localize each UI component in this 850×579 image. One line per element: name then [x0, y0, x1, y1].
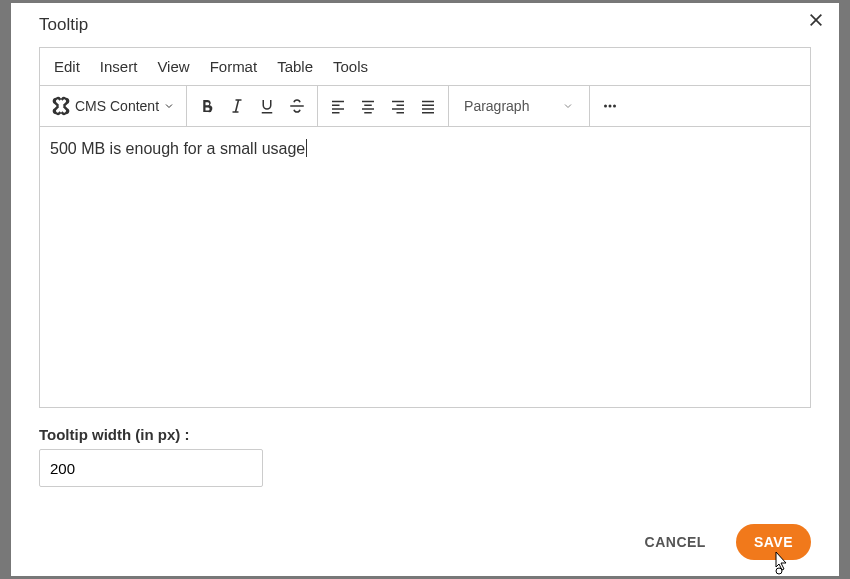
align-justify-button[interactable]: [413, 91, 443, 121]
chevron-down-icon: [163, 100, 175, 112]
strikethrough-button[interactable]: [282, 91, 312, 121]
align-left-icon: [329, 97, 347, 115]
dialog-title: Tooltip: [39, 9, 88, 35]
align-justify-icon: [419, 97, 437, 115]
menu-format[interactable]: Format: [210, 58, 258, 75]
cms-content-label: CMS Content: [75, 98, 159, 114]
tooltip-width-label: Tooltip width (in px) :: [39, 426, 811, 443]
editor-menubar: Edit Insert View Format Table Tools: [40, 48, 810, 86]
save-button[interactable]: SAVE: [736, 524, 811, 560]
strikethrough-icon: [288, 97, 306, 115]
editor-toolbar: CMS Content: [40, 86, 810, 127]
dialog-body: Edit Insert View Format Table Tools: [11, 47, 839, 510]
joomla-icon: [51, 96, 71, 116]
cancel-button[interactable]: CANCEL: [637, 526, 714, 558]
editor-text: 500 MB is enough for a small usage: [50, 140, 307, 157]
svg-point-24: [609, 105, 612, 108]
close-icon: [808, 12, 824, 28]
tooltip-width-row: Tooltip width (in px) :: [39, 426, 811, 487]
align-left-button[interactable]: [323, 91, 353, 121]
editor-content[interactable]: 500 MB is enough for a small usage: [40, 127, 810, 407]
svg-point-25: [613, 105, 616, 108]
format-select-label: Paragraph: [464, 98, 529, 114]
rich-text-editor: Edit Insert View Format Table Tools: [39, 47, 811, 408]
close-button[interactable]: [805, 9, 827, 31]
underline-button[interactable]: [252, 91, 282, 121]
italic-button[interactable]: [222, 91, 252, 121]
align-center-button[interactable]: [353, 91, 383, 121]
bold-icon: [198, 97, 216, 115]
tooltip-width-input[interactable]: [39, 449, 263, 487]
bold-button[interactable]: [192, 91, 222, 121]
cms-content-button[interactable]: CMS Content: [45, 91, 181, 121]
italic-icon: [228, 97, 246, 115]
dialog-header: Tooltip: [11, 3, 839, 47]
more-icon: [601, 97, 619, 115]
menu-edit[interactable]: Edit: [54, 58, 80, 75]
chevron-down-icon: [562, 100, 574, 112]
align-right-button[interactable]: [383, 91, 413, 121]
menu-table[interactable]: Table: [277, 58, 313, 75]
menu-insert[interactable]: Insert: [100, 58, 138, 75]
menu-view[interactable]: View: [157, 58, 189, 75]
svg-line-4: [236, 100, 239, 112]
align-right-icon: [389, 97, 407, 115]
underline-icon: [258, 97, 276, 115]
menu-tools[interactable]: Tools: [333, 58, 368, 75]
align-center-icon: [359, 97, 377, 115]
format-select[interactable]: Paragraph: [454, 98, 584, 114]
tooltip-dialog: Tooltip Edit Insert View Format Table To…: [10, 2, 840, 577]
svg-point-23: [604, 105, 607, 108]
more-toolbar-button[interactable]: [595, 91, 625, 121]
dialog-footer: CANCEL SAVE: [11, 510, 839, 576]
